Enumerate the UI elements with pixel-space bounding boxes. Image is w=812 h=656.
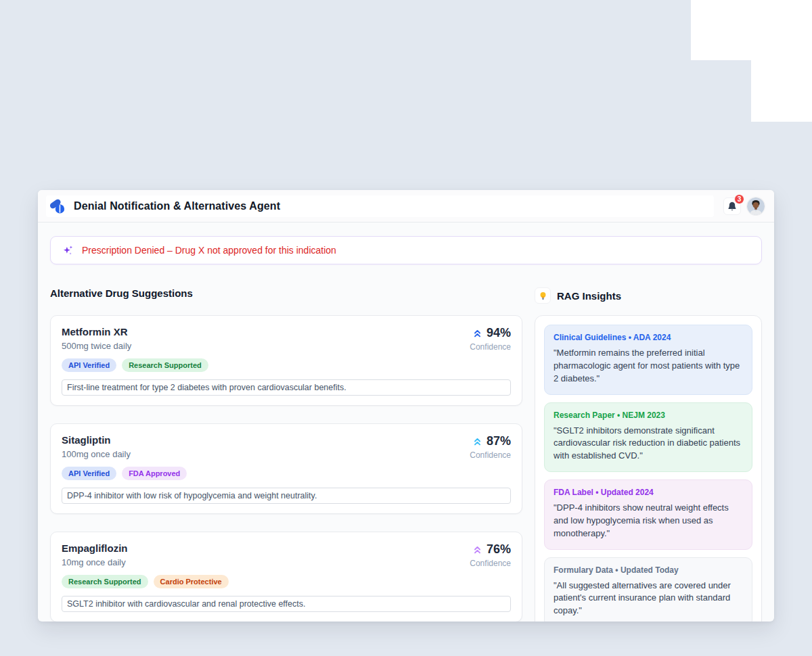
rag-insights-panel: Clinical Guidelines • ADA 2024 "Metformi… <box>535 315 762 622</box>
rag-source-label: Clinical Guidelines • ADA 2024 <box>554 333 743 342</box>
confidence-label: Confidence <box>470 450 511 460</box>
alternatives-section: Alternative Drug Suggestions Metformin X… <box>50 287 522 622</box>
background-step-block-top <box>691 0 812 60</box>
confidence-value: 76% <box>487 542 511 557</box>
drug-card-sitagliptin: Sitagliptin 100mg once daily 87% <box>50 423 522 514</box>
drug-dose: 10mg once daily <box>62 557 128 567</box>
pills-logo-icon <box>49 197 66 214</box>
drug-dose: 500mg twice daily <box>62 341 131 351</box>
rag-quote-text: "Metformin remains the preferred initial… <box>554 347 743 385</box>
notification-bell-button[interactable]: 3 <box>723 197 741 215</box>
background-step-block-bottom <box>751 60 812 122</box>
confidence-label: Confidence <box>470 559 511 568</box>
rag-source-label: Research Paper • NEJM 2023 <box>554 411 743 420</box>
app-header: Denial Notification & Alternatives Agent… <box>38 190 774 222</box>
chevrons-up-icon <box>472 327 483 339</box>
badge-cardio-protective: Cardio Protective <box>154 575 229 588</box>
rag-quote-text: "DPP-4 inhibitors show neutral weight ef… <box>554 502 743 540</box>
confidence-value: 94% <box>487 326 511 340</box>
user-avatar[interactable] <box>747 197 765 215</box>
drug-card-metformin: Metformin XR 500mg twice daily 94% <box>50 315 522 406</box>
lightbulb-chip <box>535 287 551 304</box>
drug-name: Metformin XR <box>62 326 131 337</box>
drug-card-empagliflozin: Empagliflozin 10mg once daily 76% <box>50 532 522 622</box>
title-strip: Denial Notification & Alternatives Agent <box>46 195 714 217</box>
drug-description-input[interactable] <box>62 379 511 396</box>
rag-card-clinical-guidelines: Clinical Guidelines • ADA 2024 "Metformi… <box>544 325 752 395</box>
drug-name: Empagliflozin <box>62 542 128 554</box>
drug-dose: 100mg once daily <box>62 449 131 459</box>
chevrons-up-icon <box>472 436 483 447</box>
alternatives-heading: Alternative Drug Suggestions <box>50 287 522 299</box>
sparkles-icon <box>62 244 74 257</box>
denial-message: Prescription Denied – Drug X not approve… <box>82 245 336 256</box>
badge-fda-approved: FDA Approved <box>122 467 187 480</box>
rag-card-fda-label: FDA Label • Updated 2024 "DPP-4 inhibito… <box>544 479 752 550</box>
main-content: Prescription Denied – Drug X not approve… <box>38 222 774 622</box>
badge-api-verified: API Verified <box>62 358 116 372</box>
lightbulb-icon <box>538 291 548 301</box>
badge-research-supported: Research Supported <box>62 575 148 588</box>
rag-card-research-paper: Research Paper • NEJM 2023 "SGLT2 inhibi… <box>544 402 752 473</box>
rag-insights-heading: RAG Insights <box>557 290 621 302</box>
badge-research-supported: Research Supported <box>122 358 208 372</box>
denial-alert-banner: Prescription Denied – Drug X not approve… <box>50 236 762 264</box>
chevrons-up-icon <box>472 544 483 555</box>
page-title: Denial Notification & Alternatives Agent <box>74 200 280 212</box>
drug-description-input[interactable] <box>62 596 511 612</box>
rag-source-label: FDA Label • Updated 2024 <box>554 488 743 497</box>
confidence-value: 87% <box>487 434 511 448</box>
drug-description-input[interactable] <box>62 488 511 504</box>
notification-count-badge: 3 <box>734 194 744 204</box>
rag-card-formulary-data: Formulary Data • Updated Today "All sugg… <box>544 557 752 622</box>
header-actions: 3 <box>723 197 765 215</box>
rag-insights-section: RAG Insights Clinical Guidelines • ADA 2… <box>535 287 762 622</box>
rag-quote-text: "All suggested alternatives are covered … <box>554 580 743 618</box>
confidence-label: Confidence <box>470 342 511 352</box>
rag-source-label: Formulary Data • Updated Today <box>554 565 743 575</box>
badge-api-verified: API Verified <box>62 467 116 480</box>
agent-window: Denial Notification & Alternatives Agent… <box>38 190 774 622</box>
rag-quote-text: "SGLT2 inhibitors demonstrate significan… <box>554 425 743 463</box>
drug-name: Sitagliptin <box>62 434 131 446</box>
